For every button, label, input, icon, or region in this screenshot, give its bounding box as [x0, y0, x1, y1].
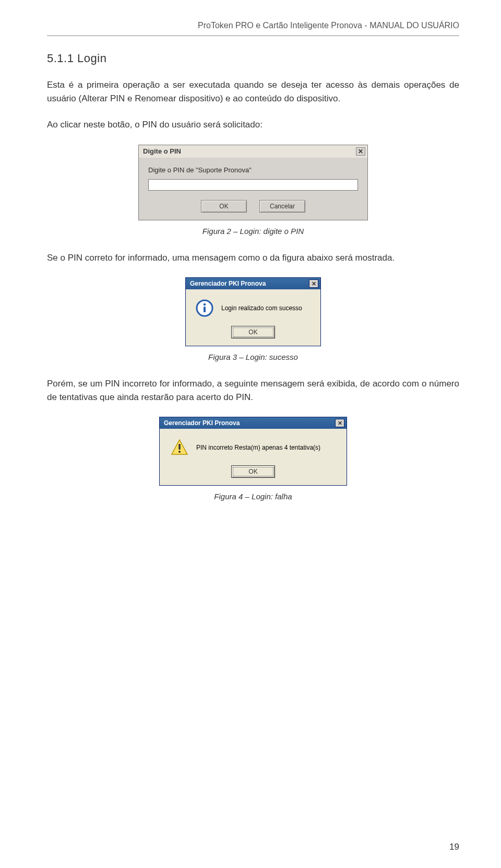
- pin-dialog-title: Digite o PIN: [143, 147, 181, 155]
- svg-rect-4: [178, 444, 180, 450]
- warning-dialog-buttons: OK: [160, 462, 347, 485]
- section-heading: 5.1.1 Login: [47, 52, 459, 65]
- figure-3-wrapper: Gerenciador PKI Pronova ✕ PIN incorreto …: [47, 417, 459, 486]
- figure-2-wrapper: Gerenciador PKI Pronova ✕ Login realizad…: [47, 277, 459, 346]
- warning-dialog-title: Gerenciador PKI Pronova: [164, 419, 240, 427]
- page-header: ProToken PRO e Cartão Inteligente Pronov…: [47, 21, 459, 30]
- pin-dialog: Digite o PIN ✕ Digite o PIN de "Suporte …: [138, 145, 368, 220]
- svg-point-5: [178, 451, 181, 453]
- success-dialog-titlebar: Gerenciador PKI Pronova ✕: [186, 278, 320, 289]
- paragraph-2: Ao clicar neste botão, o PIN do usuário …: [47, 118, 459, 132]
- page-number: 19: [449, 842, 459, 852]
- close-icon[interactable]: ✕: [356, 147, 365, 156]
- ok-button[interactable]: OK: [231, 465, 275, 478]
- ok-button[interactable]: OK: [231, 326, 275, 338]
- warning-icon: [170, 438, 189, 457]
- info-icon: [195, 299, 214, 318]
- success-dialog-title: Gerenciador PKI Pronova: [190, 280, 266, 287]
- success-dialog-buttons: OK: [186, 323, 320, 346]
- figure-1-caption: Figura 2 – Login: digite o PIN: [47, 227, 459, 236]
- pin-dialog-buttons: OK Cancelar: [148, 200, 358, 213]
- close-icon[interactable]: ✕: [309, 279, 318, 288]
- paragraph-1: Esta é a primeira operação a ser executa…: [47, 78, 459, 105]
- paragraph-4: Porém, se um PIN incorreto for informado…: [47, 377, 459, 404]
- pin-dialog-body: Digite o PIN de "Suporte Pronova" OK Can…: [139, 158, 367, 220]
- figure-1-wrapper: Digite o PIN ✕ Digite o PIN de "Suporte …: [47, 145, 459, 220]
- figure-3-caption: Figura 4 – Login: falha: [47, 492, 459, 501]
- figure-2-caption: Figura 3 – Login: sucesso: [47, 353, 459, 361]
- ok-button[interactable]: OK: [201, 200, 247, 213]
- success-dialog: Gerenciador PKI Pronova ✕ Login realizad…: [185, 277, 321, 346]
- svg-point-1: [204, 303, 206, 306]
- success-dialog-body: Login realizado com sucesso: [186, 289, 320, 323]
- cancel-button[interactable]: Cancelar: [259, 200, 305, 213]
- svg-rect-2: [204, 307, 206, 312]
- pin-input[interactable]: [148, 179, 358, 191]
- warning-dialog-body: PIN incorreto Resta(m) apenas 4 tentativ…: [160, 429, 347, 462]
- header-divider: [47, 36, 459, 36]
- close-icon[interactable]: ✕: [335, 419, 344, 427]
- success-dialog-message: Login realizado com sucesso: [221, 304, 302, 312]
- pin-dialog-label: Digite o PIN de "Suporte Pronova": [148, 166, 358, 174]
- warning-dialog-message: PIN incorreto Resta(m) apenas 4 tentativ…: [196, 444, 320, 451]
- warning-dialog-titlebar: Gerenciador PKI Pronova ✕: [160, 417, 347, 429]
- paragraph-3: Se o PIN correto for informado, uma mens…: [47, 251, 459, 265]
- warning-dialog: Gerenciador PKI Pronova ✕ PIN incorreto …: [159, 417, 347, 486]
- pin-dialog-titlebar: Digite o PIN ✕: [139, 145, 367, 158]
